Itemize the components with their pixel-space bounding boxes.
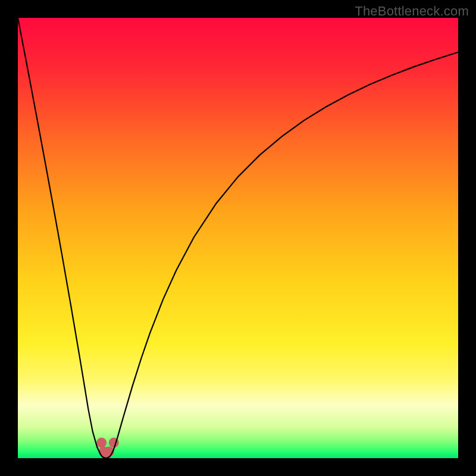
svg-point-0 bbox=[96, 438, 107, 448]
watermark-text: TheBottleneck.com bbox=[355, 4, 469, 19]
gradient-background bbox=[18, 18, 458, 458]
plot-area bbox=[18, 18, 458, 458]
chart-frame: TheBottleneck.com bbox=[0, 0, 476, 476]
chart-svg bbox=[18, 18, 458, 458]
